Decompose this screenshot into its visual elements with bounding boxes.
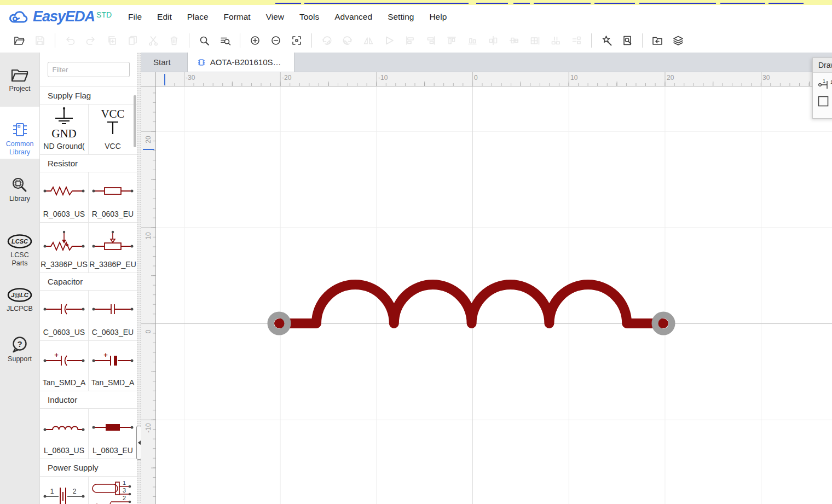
part-c-0603-eu[interactable]: C_0603_EU — [88, 291, 137, 340]
sidebar-item-label: LCSC Parts — [8, 251, 32, 268]
find-similar-icon[interactable] — [215, 32, 235, 49]
part-label: Tan_SMD_A — [40, 378, 88, 391]
bookmark-link[interactable] — [769, 3, 804, 4]
undo-icon — [60, 32, 80, 49]
hruler-label: -20 — [282, 74, 291, 82]
bookmark-link[interactable] — [534, 3, 591, 4]
inductor-component-drawing[interactable] — [156, 86, 832, 504]
menu-edit[interactable]: Edit — [149, 9, 180, 25]
align-bottom-icon — [462, 32, 483, 49]
paste-icon — [122, 32, 143, 49]
rectangle-icon — [818, 96, 829, 107]
regulator-symbol: 1 3 2 — [89, 481, 136, 504]
capacitor-us-symbol — [41, 302, 88, 316]
design-rule-check-icon[interactable] — [617, 32, 638, 49]
vruler-label: 20 — [145, 136, 152, 143]
part-row: L_0603_US L_0603_EU — [40, 409, 137, 459]
inductor-coil-path[interactable] — [279, 285, 663, 323]
part-tan-smd-us[interactable]: + Tan_SMD_A — [40, 341, 88, 391]
svg-text:+: + — [103, 351, 108, 359]
schematic-canvas[interactable] — [156, 86, 832, 504]
bookmark-link[interactable] — [304, 3, 469, 4]
sidebar-item-jlcpcb[interactable]: J@LC JLCPCB — [0, 282, 39, 321]
part-gnd[interactable]: GND ND Ground( — [40, 105, 88, 154]
part-r-3386p-us[interactable]: R_3386P_US — [40, 223, 88, 273]
part-regulator[interactable]: 1 3 2 — [88, 477, 137, 504]
rectangle-tool[interactable] — [818, 96, 832, 109]
panel-resize-gutter[interactable] — [137, 53, 141, 504]
layers-icon[interactable] — [668, 32, 689, 49]
menu-setting[interactable]: Setting — [380, 9, 421, 25]
menu-file[interactable]: File — [120, 9, 149, 25]
sidebar-item-lcsc-parts[interactable]: LCSC LCSC Parts — [0, 228, 39, 274]
document-tabbar: Start AOTA-B201610S… — [141, 53, 832, 72]
ruler-cursor-marker — [143, 149, 154, 150]
svg-text:GND: GND — [51, 127, 77, 140]
align-top-icon — [441, 32, 462, 49]
save-icon — [30, 32, 50, 49]
wizard-icon[interactable] — [596, 32, 617, 49]
toolbar — [0, 28, 832, 53]
bookmark-link[interactable] — [275, 3, 301, 4]
align-center-vertical-icon — [504, 32, 524, 49]
part-r-0603-eu[interactable]: R_0603_EU — [88, 172, 137, 222]
import-icon[interactable] — [647, 32, 668, 49]
menu-view[interactable]: View — [258, 9, 292, 25]
search-icon[interactable] — [194, 32, 215, 49]
part-battery[interactable]: 1 2 — [40, 477, 88, 504]
sidebar-item-support[interactable]: ? Support — [0, 331, 39, 372]
menu-format[interactable]: Format — [216, 9, 258, 25]
bookmark-link[interactable] — [639, 3, 716, 4]
svg-text:VCC: VCC — [101, 107, 124, 120]
menu-tools[interactable]: Tools — [292, 9, 327, 25]
svg-text:2: 2 — [73, 488, 77, 495]
sidebar-item-common-library[interactable]: Common Library — [0, 107, 39, 159]
menu-place[interactable]: Place — [180, 9, 216, 25]
zoom-to-fit-icon[interactable] — [286, 32, 307, 49]
svg-text:?: ? — [17, 339, 22, 349]
brand-edition: STD — [96, 10, 112, 19]
sidebar-item-library[interactable]: Library — [0, 170, 39, 210]
filter-input[interactable] — [48, 62, 130, 77]
bookmarks-bar[interactable] — [0, 0, 832, 5]
svg-text:3: 3 — [123, 487, 126, 494]
open-icon[interactable] — [9, 32, 30, 49]
hruler-label: 20 — [667, 74, 674, 82]
bookmark-link[interactable] — [720, 3, 765, 4]
distribute-vertical-icon — [566, 32, 587, 49]
hruler-label: 30 — [762, 74, 770, 82]
easyeda-window: EasyEDA STD File Edit Place Format View … — [0, 0, 832, 504]
bookmark-link[interactable] — [513, 3, 530, 4]
collapse-arrow-icon — [138, 441, 141, 445]
part-row: 1 2 1 3 2 — [40, 477, 137, 504]
sidebar-item-project[interactable]: Project — [0, 59, 39, 103]
part-l-0603-eu[interactable]: L_0603_EU — [88, 409, 137, 459]
bookmark-link[interactable] — [476, 3, 508, 4]
bookmark-link[interactable] — [594, 3, 635, 4]
common-library-panel: Supply Flag GND ND Ground( VCC VCC Resis… — [39, 53, 137, 504]
menu-advanced[interactable]: Advanced — [327, 9, 380, 25]
zoom-in-icon[interactable] — [245, 32, 265, 49]
svg-text:1: 1 — [50, 488, 54, 495]
part-r-3386p-eu[interactable]: R_3386P_EU — [88, 223, 137, 273]
distribute-horizontal-icon — [545, 32, 566, 49]
zoom-out-icon[interactable] — [265, 32, 286, 49]
schematic-chip-icon — [197, 58, 206, 67]
filter-row — [40, 53, 137, 87]
part-tan-smd-eu[interactable]: + Tan_SMD_A — [88, 341, 137, 391]
rotate-cw-icon — [337, 32, 358, 49]
tab-label: AOTA-B201610S… — [210, 57, 281, 67]
tab-start[interactable]: Start — [144, 53, 180, 72]
part-l-0603-us[interactable]: L_0603_US — [40, 409, 88, 459]
library-scrollbar[interactable] — [134, 95, 136, 147]
part-c-0603-us[interactable]: C_0603_US — [40, 291, 88, 340]
gnd-symbol: GND — [41, 106, 88, 141]
part-r-0603-us[interactable]: R_0603_US — [40, 172, 88, 222]
part-vcc[interactable]: VCC VCC — [88, 105, 137, 154]
sidebar-item-label: Common Library — [3, 140, 36, 157]
draw-panel-title: Draw — [813, 58, 832, 73]
menu-help[interactable]: Help — [421, 9, 454, 25]
easyeda-logo[interactable]: EasyEDA STD — [0, 8, 112, 25]
tab-schematic-aota[interactable]: AOTA-B201610S… — [187, 53, 294, 72]
pin-tool[interactable]: 1 1 — [818, 77, 832, 91]
